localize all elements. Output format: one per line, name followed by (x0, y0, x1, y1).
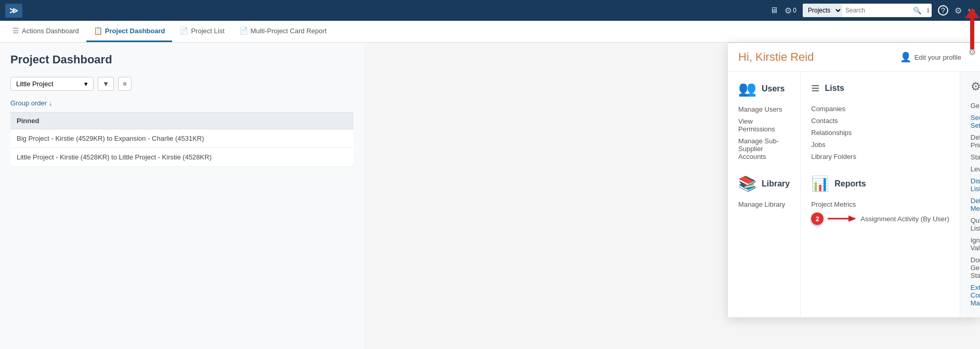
distribution-lists-link[interactable]: Distribution Lists (971, 175, 980, 195)
admin-icon: ⚙ (971, 80, 980, 93)
help-icon[interactable]: ? (938, 5, 948, 16)
jobs-link[interactable]: Jobs (811, 139, 949, 151)
actions-dashboard-icon: ☰ (12, 26, 19, 35)
gear-settings-icon[interactable]: ⚙ (955, 6, 962, 16)
overlay-gear-icon[interactable]: ⚙ (969, 47, 976, 57)
list-view-button[interactable]: ≡ (118, 77, 132, 91)
project-select[interactable]: Little Project ▾ (10, 77, 94, 91)
ignored-values-link[interactable]: Ignored Values (971, 234, 980, 254)
menu-grid: 👥 Users Manage Users View Permissions Ma… (728, 72, 980, 317)
queries-list-link[interactable]: Queries List (971, 214, 980, 234)
lists-icon: ≡ (811, 80, 819, 97)
settings-with-count[interactable]: ⚙ 0 (785, 6, 796, 16)
settings-count: 0 (793, 7, 796, 14)
search-input[interactable] (842, 4, 910, 17)
reports-title: Reports (834, 179, 866, 189)
lists-section-header: ≡ Lists (811, 80, 949, 97)
tab-project-list-label: Project List (191, 27, 224, 35)
gear-icon: ⚙ (785, 6, 792, 16)
profile-icon: 👤 (900, 51, 911, 63)
users-section-header: 👥 Users (738, 80, 790, 97)
greeting-text: Hi, Kirstie Reid (738, 50, 814, 64)
levels-link[interactable]: Levels (971, 163, 980, 175)
reports-section-header: 📊 Reports (811, 175, 949, 192)
relationships-link[interactable]: Relationships (811, 127, 949, 139)
monitor-icon[interactable]: 🖥 (770, 6, 778, 15)
greeting-bar: Hi, Kirstie Reid 👤 Edit your profile 1 (728, 43, 980, 72)
list-item[interactable]: Little Project - Kirstie (4528KR) to Lit… (10, 148, 354, 167)
stages-link[interactable]: Stages (971, 151, 980, 163)
filter-bar: Little Project ▾ ▼ ≡ (10, 77, 354, 91)
top-bar: ≫ 🖥 ⚙ 0 Projects 🔍 ℹ ? ⚙ ↪ (0, 0, 980, 21)
project-select-value: Little Project (16, 80, 54, 88)
contacts-link[interactable]: Contacts (811, 115, 949, 127)
main-container: Project Dashboard Little Project ▾ ▼ ≡ G… (0, 43, 980, 349)
tab-multi-project-label: Multi-Project Card Report (251, 27, 327, 35)
annotation-arrow-up (964, 8, 980, 49)
library-folders-link[interactable]: Library Folders (811, 151, 949, 163)
manage-sub-supplier-link[interactable]: Manage Sub-Supplier Accounts (738, 135, 790, 163)
tab-actions-dashboard-label: Actions Dashboard (22, 27, 79, 35)
red-arrow-right (828, 214, 856, 223)
dropdown-overlay: Hi, Kirstie Reid 👤 Edit your profile 1 ⚙ (728, 43, 980, 317)
tab-project-dashboard-label: Project Dashboard (105, 27, 165, 35)
page-title: Project Dashboard (10, 53, 354, 66)
lists-reports-section: ≡ Lists Companies Contacts Relationships… (801, 72, 960, 317)
assignment-activity-row: 2 Assignment Activity (By User) (811, 210, 949, 227)
library-title: Library (762, 179, 790, 189)
svg-marker-1 (848, 216, 856, 222)
library-icon: 📚 (738, 175, 756, 192)
search-bar: Projects 🔍 ℹ (803, 4, 932, 17)
tab-project-list[interactable]: 📄 Project List (172, 21, 231, 42)
view-permissions-link[interactable]: View Permissions (738, 115, 790, 135)
project-metrics-link[interactable]: Project Metrics (811, 198, 949, 210)
general-link[interactable]: General (971, 100, 980, 112)
list-item[interactable]: Big Project - Kirstie (4529KR) to Expans… (10, 129, 354, 148)
edit-profile[interactable]: 👤 Edit your profile 1 (900, 51, 970, 63)
users-library-section: 👥 Users Manage Users View Permissions Ma… (728, 72, 801, 317)
tab-multi-project[interactable]: 📄 Multi-Project Card Report (232, 21, 334, 42)
admin-grid: General Security Settings Default Prices… (971, 100, 980, 309)
project-list-icon: 📄 (179, 26, 188, 35)
tab-bar: ☰ Actions Dashboard 📋 Project Dashboard … (0, 21, 980, 43)
annotation-badge-2: 2 (811, 212, 824, 225)
lists-title: Lists (825, 84, 844, 93)
search-button[interactable]: 🔍 (910, 4, 925, 17)
multi-project-icon: 📄 (239, 26, 248, 35)
pinned-label: Pinned (17, 117, 39, 125)
app-logo[interactable]: ≫ (5, 4, 22, 18)
users-icon: 👥 (738, 80, 756, 97)
right-pane: Hi, Kirstie Reid 👤 Edit your profile 1 ⚙ (364, 43, 980, 349)
tab-project-dashboard[interactable]: 📋 Project Dashboard (86, 21, 173, 42)
group-order-label[interactable]: Group order ↓ (10, 99, 354, 107)
reports-icon: 📊 (811, 175, 829, 192)
manage-users-link[interactable]: Manage Users (738, 103, 790, 115)
filter-button[interactable]: ▼ (98, 77, 114, 91)
admin-left-col: General Security Settings Default Prices… (971, 100, 980, 309)
edit-profile-label: Edit your profile (914, 53, 961, 61)
default-prices-link[interactable]: Default Prices (971, 131, 980, 151)
search-scope-select[interactable]: Projects (803, 4, 842, 17)
companies-link[interactable]: Companies (811, 103, 949, 115)
project-dashboard-icon: 📋 (94, 26, 102, 35)
security-settings-link[interactable]: Security Settings (971, 112, 980, 131)
manage-library-link[interactable]: Manage Library (738, 198, 790, 210)
assignment-activity-link[interactable]: Assignment Activity (By User) (860, 213, 949, 225)
admin-header: ⚙ Admin (971, 80, 980, 93)
users-title: Users (762, 84, 785, 93)
pinned-section-header: Pinned (10, 112, 354, 129)
document-generation-link[interactable]: Document Generation Status (971, 254, 980, 281)
admin-section: ⚙ Admin General Security Settings Defaul… (960, 72, 980, 317)
info-icon[interactable]: ℹ (925, 7, 932, 14)
external-company-mapping-link[interactable]: External Company Mapping (971, 281, 980, 309)
tab-actions-dashboard[interactable]: ☰ Actions Dashboard (5, 21, 86, 42)
delivery-mediums-link[interactable]: Delivery Mediums (971, 195, 980, 214)
library-section-header: 📚 Library (738, 175, 790, 192)
chevron-down-icon: ▾ (84, 80, 88, 88)
left-panel: Project Dashboard Little Project ▾ ▼ ≡ G… (0, 43, 364, 349)
